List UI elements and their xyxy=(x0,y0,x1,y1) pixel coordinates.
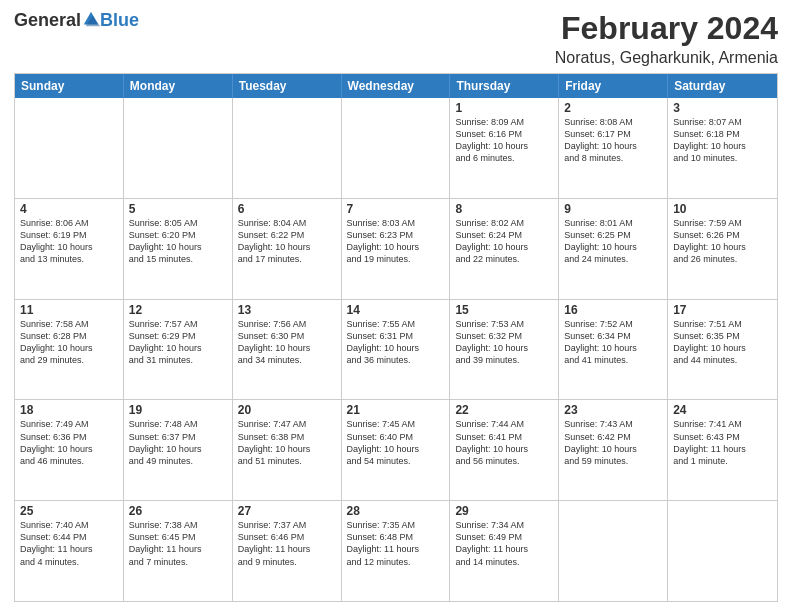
day-number: 2 xyxy=(564,101,662,115)
calendar-cell-3-0: 18Sunrise: 7:49 AM Sunset: 6:36 PM Dayli… xyxy=(15,400,124,500)
day-number: 26 xyxy=(129,504,227,518)
day-info: Sunrise: 7:52 AM Sunset: 6:34 PM Dayligh… xyxy=(564,318,662,367)
day-number: 24 xyxy=(673,403,772,417)
header-day-tuesday: Tuesday xyxy=(233,74,342,98)
logo-blue-text: Blue xyxy=(100,10,139,31)
day-number: 12 xyxy=(129,303,227,317)
calendar-cell-3-2: 20Sunrise: 7:47 AM Sunset: 6:38 PM Dayli… xyxy=(233,400,342,500)
day-number: 23 xyxy=(564,403,662,417)
day-number: 16 xyxy=(564,303,662,317)
day-info: Sunrise: 7:35 AM Sunset: 6:48 PM Dayligh… xyxy=(347,519,445,568)
day-number: 21 xyxy=(347,403,445,417)
day-info: Sunrise: 7:44 AM Sunset: 6:41 PM Dayligh… xyxy=(455,418,553,467)
calendar-cell-0-4: 1Sunrise: 8:09 AM Sunset: 6:16 PM Daylig… xyxy=(450,98,559,198)
calendar-cell-0-5: 2Sunrise: 8:08 AM Sunset: 6:17 PM Daylig… xyxy=(559,98,668,198)
day-number: 5 xyxy=(129,202,227,216)
calendar-cell-2-6: 17Sunrise: 7:51 AM Sunset: 6:35 PM Dayli… xyxy=(668,300,777,400)
day-info: Sunrise: 7:57 AM Sunset: 6:29 PM Dayligh… xyxy=(129,318,227,367)
calendar-cell-3-4: 22Sunrise: 7:44 AM Sunset: 6:41 PM Dayli… xyxy=(450,400,559,500)
header-day-wednesday: Wednesday xyxy=(342,74,451,98)
day-number: 29 xyxy=(455,504,553,518)
day-info: Sunrise: 7:34 AM Sunset: 6:49 PM Dayligh… xyxy=(455,519,553,568)
calendar-row-3: 18Sunrise: 7:49 AM Sunset: 6:36 PM Dayli… xyxy=(15,400,777,501)
calendar-cell-2-3: 14Sunrise: 7:55 AM Sunset: 6:31 PM Dayli… xyxy=(342,300,451,400)
calendar-cell-0-3 xyxy=(342,98,451,198)
calendar-row-2: 11Sunrise: 7:58 AM Sunset: 6:28 PM Dayli… xyxy=(15,300,777,401)
month-title: February 2024 xyxy=(555,10,778,47)
calendar-cell-0-1 xyxy=(124,98,233,198)
day-info: Sunrise: 8:05 AM Sunset: 6:20 PM Dayligh… xyxy=(129,217,227,266)
calendar-cell-4-6 xyxy=(668,501,777,601)
day-info: Sunrise: 8:08 AM Sunset: 6:17 PM Dayligh… xyxy=(564,116,662,165)
title-area: February 2024 Noratus, Gegharkunik, Arme… xyxy=(555,10,778,67)
calendar-cell-3-5: 23Sunrise: 7:43 AM Sunset: 6:42 PM Dayli… xyxy=(559,400,668,500)
calendar-cell-4-5 xyxy=(559,501,668,601)
header-day-monday: Monday xyxy=(124,74,233,98)
day-number: 27 xyxy=(238,504,336,518)
logo-area: General Blue xyxy=(14,10,139,31)
calendar-cell-1-0: 4Sunrise: 8:06 AM Sunset: 6:19 PM Daylig… xyxy=(15,199,124,299)
calendar-cell-2-4: 15Sunrise: 7:53 AM Sunset: 6:32 PM Dayli… xyxy=(450,300,559,400)
day-number: 8 xyxy=(455,202,553,216)
logo-general-text: General xyxy=(14,10,81,31)
day-info: Sunrise: 8:04 AM Sunset: 6:22 PM Dayligh… xyxy=(238,217,336,266)
header-day-friday: Friday xyxy=(559,74,668,98)
day-number: 15 xyxy=(455,303,553,317)
calendar-cell-0-6: 3Sunrise: 8:07 AM Sunset: 6:18 PM Daylig… xyxy=(668,98,777,198)
day-number: 6 xyxy=(238,202,336,216)
day-info: Sunrise: 7:47 AM Sunset: 6:38 PM Dayligh… xyxy=(238,418,336,467)
calendar-cell-4-3: 28Sunrise: 7:35 AM Sunset: 6:48 PM Dayli… xyxy=(342,501,451,601)
calendar-header: SundayMondayTuesdayWednesdayThursdayFrid… xyxy=(15,74,777,98)
calendar-cell-0-0 xyxy=(15,98,124,198)
day-number: 18 xyxy=(20,403,118,417)
calendar-body: 1Sunrise: 8:09 AM Sunset: 6:16 PM Daylig… xyxy=(15,98,777,601)
day-number: 28 xyxy=(347,504,445,518)
day-info: Sunrise: 7:38 AM Sunset: 6:45 PM Dayligh… xyxy=(129,519,227,568)
day-info: Sunrise: 7:51 AM Sunset: 6:35 PM Dayligh… xyxy=(673,318,772,367)
calendar-cell-4-0: 25Sunrise: 7:40 AM Sunset: 6:44 PM Dayli… xyxy=(15,501,124,601)
day-info: Sunrise: 7:55 AM Sunset: 6:31 PM Dayligh… xyxy=(347,318,445,367)
day-number: 19 xyxy=(129,403,227,417)
day-info: Sunrise: 7:37 AM Sunset: 6:46 PM Dayligh… xyxy=(238,519,336,568)
day-info: Sunrise: 7:45 AM Sunset: 6:40 PM Dayligh… xyxy=(347,418,445,467)
day-number: 10 xyxy=(673,202,772,216)
day-info: Sunrise: 8:06 AM Sunset: 6:19 PM Dayligh… xyxy=(20,217,118,266)
calendar-cell-1-6: 10Sunrise: 7:59 AM Sunset: 6:26 PM Dayli… xyxy=(668,199,777,299)
day-info: Sunrise: 7:59 AM Sunset: 6:26 PM Dayligh… xyxy=(673,217,772,266)
calendar-cell-3-3: 21Sunrise: 7:45 AM Sunset: 6:40 PM Dayli… xyxy=(342,400,451,500)
calendar-cell-1-5: 9Sunrise: 8:01 AM Sunset: 6:25 PM Daylig… xyxy=(559,199,668,299)
header-day-thursday: Thursday xyxy=(450,74,559,98)
header-day-sunday: Sunday xyxy=(15,74,124,98)
day-number: 20 xyxy=(238,403,336,417)
day-number: 22 xyxy=(455,403,553,417)
calendar-cell-1-1: 5Sunrise: 8:05 AM Sunset: 6:20 PM Daylig… xyxy=(124,199,233,299)
day-number: 17 xyxy=(673,303,772,317)
day-info: Sunrise: 7:48 AM Sunset: 6:37 PM Dayligh… xyxy=(129,418,227,467)
page: General Blue February 2024 Noratus, Gegh… xyxy=(0,0,792,612)
logo: General Blue xyxy=(14,10,139,31)
calendar-cell-2-5: 16Sunrise: 7:52 AM Sunset: 6:34 PM Dayli… xyxy=(559,300,668,400)
day-number: 4 xyxy=(20,202,118,216)
calendar-cell-2-1: 12Sunrise: 7:57 AM Sunset: 6:29 PM Dayli… xyxy=(124,300,233,400)
calendar-row-0: 1Sunrise: 8:09 AM Sunset: 6:16 PM Daylig… xyxy=(15,98,777,199)
calendar-cell-1-2: 6Sunrise: 8:04 AM Sunset: 6:22 PM Daylig… xyxy=(233,199,342,299)
calendar-cell-1-4: 8Sunrise: 8:02 AM Sunset: 6:24 PM Daylig… xyxy=(450,199,559,299)
header-day-saturday: Saturday xyxy=(668,74,777,98)
logo-icon xyxy=(82,10,100,28)
day-info: Sunrise: 7:53 AM Sunset: 6:32 PM Dayligh… xyxy=(455,318,553,367)
day-info: Sunrise: 7:49 AM Sunset: 6:36 PM Dayligh… xyxy=(20,418,118,467)
day-number: 25 xyxy=(20,504,118,518)
day-info: Sunrise: 8:02 AM Sunset: 6:24 PM Dayligh… xyxy=(455,217,553,266)
calendar-cell-4-1: 26Sunrise: 7:38 AM Sunset: 6:45 PM Dayli… xyxy=(124,501,233,601)
calendar: SundayMondayTuesdayWednesdayThursdayFrid… xyxy=(14,73,778,602)
day-info: Sunrise: 8:01 AM Sunset: 6:25 PM Dayligh… xyxy=(564,217,662,266)
day-number: 7 xyxy=(347,202,445,216)
calendar-cell-3-6: 24Sunrise: 7:41 AM Sunset: 6:43 PM Dayli… xyxy=(668,400,777,500)
day-number: 9 xyxy=(564,202,662,216)
calendar-cell-0-2 xyxy=(233,98,342,198)
day-info: Sunrise: 8:09 AM Sunset: 6:16 PM Dayligh… xyxy=(455,116,553,165)
calendar-cell-2-0: 11Sunrise: 7:58 AM Sunset: 6:28 PM Dayli… xyxy=(15,300,124,400)
day-info: Sunrise: 7:56 AM Sunset: 6:30 PM Dayligh… xyxy=(238,318,336,367)
day-info: Sunrise: 8:03 AM Sunset: 6:23 PM Dayligh… xyxy=(347,217,445,266)
day-info: Sunrise: 7:41 AM Sunset: 6:43 PM Dayligh… xyxy=(673,418,772,467)
